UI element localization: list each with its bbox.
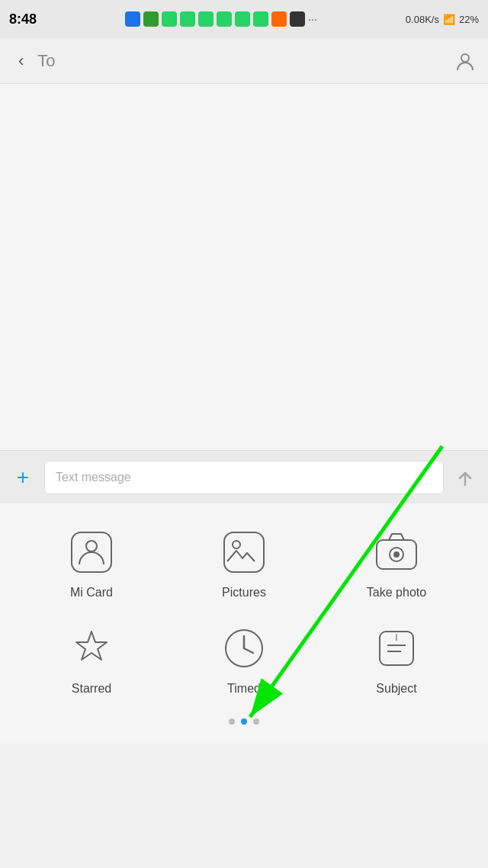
status-right: 0.08K/s 📶 22% xyxy=(406,14,479,25)
svg-point-4 xyxy=(233,541,240,548)
starred-button[interactable]: Starred xyxy=(34,622,149,696)
mi-card-label: Mi Card xyxy=(70,586,113,600)
take-photo-label: Take photo xyxy=(367,586,426,600)
svg-text:I: I xyxy=(395,632,397,643)
picture-icon xyxy=(218,526,270,578)
app-icons: ··· xyxy=(125,11,317,27)
subject-label: Subject xyxy=(376,682,416,696)
network-speed: 0.08K/s xyxy=(406,14,439,25)
mi-card-button[interactable]: Mi Card xyxy=(34,526,149,600)
action-row-1: Mi Card Pictures xyxy=(0,519,488,615)
page-dots xyxy=(0,711,488,736)
timed-label: Timed xyxy=(227,682,261,696)
svg-point-0 xyxy=(461,54,469,62)
send-button[interactable] xyxy=(451,464,479,491)
star-icon xyxy=(66,622,117,674)
subject-icon: I xyxy=(371,622,422,674)
back-button[interactable]: ‹ xyxy=(12,45,30,77)
action-row-2: Starred Timed I xyxy=(0,615,488,711)
page-title: To xyxy=(30,51,454,71)
action-panel: Mi Card Pictures xyxy=(0,503,488,744)
dot-2 xyxy=(241,719,247,725)
status-bar: 8:48 ··· 0.08K/s 📶 22% xyxy=(0,0,488,38)
message-area xyxy=(0,84,488,450)
pictures-button[interactable]: Pictures xyxy=(187,526,301,600)
input-placeholder: Text message xyxy=(56,471,131,484)
battery-label: 22% xyxy=(459,14,479,25)
starred-label: Starred xyxy=(72,682,111,696)
clock-icon xyxy=(218,622,270,674)
svg-point-2 xyxy=(86,541,97,551)
header: ‹ To xyxy=(0,38,488,84)
pictures-label: Pictures xyxy=(222,586,266,600)
take-photo-button[interactable]: Take photo xyxy=(339,526,454,600)
dot-1 xyxy=(229,719,235,725)
svg-line-11 xyxy=(244,648,253,653)
status-time: 8:48 xyxy=(9,11,37,27)
contact-icon[interactable] xyxy=(454,50,476,72)
svg-rect-3 xyxy=(224,532,264,572)
timed-button[interactable]: Timed xyxy=(187,622,301,696)
svg-point-7 xyxy=(393,551,400,558)
add-attachment-button[interactable]: + xyxy=(9,465,37,490)
camera-icon xyxy=(371,526,422,578)
signal-icon: 📶 xyxy=(443,14,455,25)
text-message-input[interactable]: Text message xyxy=(44,461,444,494)
person-icon xyxy=(66,526,117,578)
subject-button[interactable]: I Subject xyxy=(339,622,454,696)
svg-marker-8 xyxy=(76,632,107,660)
dot-3 xyxy=(253,719,259,725)
input-bar: + Text message xyxy=(0,450,488,503)
